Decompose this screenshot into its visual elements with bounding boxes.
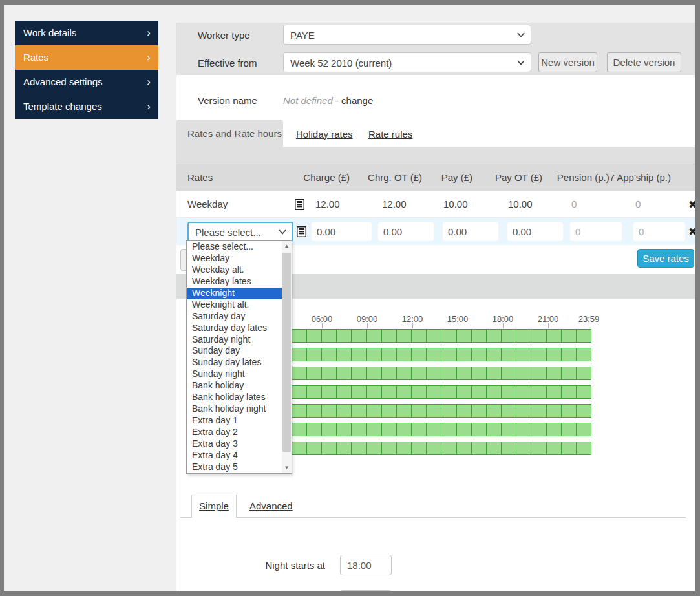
sidebar-item[interactable]: Work details ›	[15, 21, 158, 45]
rate-hour-cell[interactable]	[457, 405, 472, 417]
dropdown-option[interactable]: Bank holiday lates	[187, 392, 282, 403]
pay-input[interactable]	[442, 222, 499, 242]
rate-hour-cell[interactable]	[562, 386, 577, 398]
rate-hour-cell[interactable]	[382, 423, 397, 436]
dropdown-option[interactable]: Extra day 4	[187, 450, 282, 462]
sidebar-item[interactable]: Template changes ›	[15, 94, 158, 119]
rate-hour-cell[interactable]	[547, 367, 562, 379]
rate-hour-cell[interactable]	[397, 367, 412, 379]
sidebar-item[interactable]: Advanced settings ›	[15, 70, 158, 94]
rate-hour-cell[interactable]	[457, 367, 472, 379]
rate-hour-cell[interactable]	[457, 423, 472, 436]
rate-hour-cell[interactable]	[307, 386, 322, 398]
rate-hour-cell[interactable]	[516, 330, 531, 342]
dropdown-option[interactable]: Weekday	[187, 253, 282, 264]
rate-hour-cell[interactable]	[427, 442, 441, 454]
rate-hour-cell[interactable]	[502, 442, 516, 454]
dropdown-option[interactable]: Weeknight	[187, 288, 282, 299]
dropdown-option[interactable]: Bank holiday night	[187, 403, 282, 415]
rate-hour-cell[interactable]	[487, 442, 502, 454]
rate-hour-cell[interactable]	[397, 348, 412, 361]
rate-hour-cell[interactable]	[382, 367, 397, 379]
rate-hour-cell[interactable]	[441, 367, 456, 379]
rate-hour-cell[interactable]	[502, 405, 516, 417]
rate-hour-cell[interactable]	[322, 423, 337, 436]
rate-hour-cell[interactable]	[577, 442, 591, 454]
rate-hour-cell[interactable]	[531, 423, 546, 436]
dropdown-option[interactable]: Please select...	[187, 241, 282, 253]
rate-hour-cell[interactable]	[352, 442, 366, 454]
rate-hour-cell[interactable]	[382, 386, 397, 398]
rate-hour-cell[interactable]	[337, 348, 352, 361]
rate-hour-cell[interactable]	[397, 423, 412, 436]
rate-hour-cell[interactable]	[562, 442, 577, 454]
rate-hour-cell[interactable]	[412, 348, 427, 361]
rate-hour-cell[interactable]	[562, 348, 577, 361]
dropdown-option[interactable]: Extra day 2	[187, 427, 282, 438]
rate-hour-cell[interactable]	[427, 330, 441, 342]
rate-hour-cell[interactable]	[322, 405, 337, 417]
rate-hour-cell[interactable]	[307, 367, 322, 379]
rate-hour-cell[interactable]	[427, 367, 441, 379]
rate-hour-cell[interactable]	[397, 330, 412, 342]
worker-type-select[interactable]: PAYE	[283, 25, 531, 45]
rate-hour-cell[interactable]	[516, 386, 531, 398]
dropdown-option[interactable]: Weekday alt.	[187, 264, 282, 276]
rate-hour-cell[interactable]	[502, 423, 516, 436]
rate-hour-cell[interactable]	[502, 386, 516, 398]
dropdown-option[interactable]: Bank holiday	[187, 380, 282, 392]
rate-hour-cell[interactable]	[472, 386, 487, 398]
rate-hour-cell[interactable]	[322, 330, 337, 342]
rate-hour-cell[interactable]	[531, 330, 546, 342]
rate-hour-cell[interactable]	[441, 405, 456, 417]
rate-hour-cell[interactable]	[352, 348, 366, 361]
calculator-icon[interactable]	[297, 226, 306, 237]
rate-hour-cell[interactable]	[577, 348, 591, 361]
pay-ot-input[interactable]	[507, 222, 564, 242]
rate-hour-cell[interactable]	[562, 423, 577, 436]
delete-version-button[interactable]: Delete version	[607, 52, 681, 72]
rate-hour-cell[interactable]	[427, 405, 441, 417]
rate-hour-cell[interactable]	[352, 423, 366, 436]
tab-simple[interactable]: Simple	[191, 495, 237, 518]
rate-hour-cell[interactable]	[487, 405, 502, 417]
rate-hour-cell[interactable]	[352, 405, 366, 417]
rate-hour-cell[interactable]	[502, 367, 516, 379]
rate-hour-cell[interactable]	[472, 423, 487, 436]
rate-hour-cell[interactable]	[292, 330, 307, 342]
rate-hour-cell[interactable]	[382, 442, 397, 454]
rate-hour-cell[interactable]	[382, 330, 397, 342]
rate-hour-cell[interactable]	[487, 367, 502, 379]
rate-hour-cell[interactable]	[472, 330, 487, 342]
rate-hour-cell[interactable]	[547, 423, 562, 436]
rate-hour-cell[interactable]	[516, 423, 531, 436]
rate-hour-cell[interactable]	[472, 405, 487, 417]
rate-hour-cell[interactable]	[307, 348, 322, 361]
rate-hour-cell[interactable]	[292, 442, 307, 454]
rate-hour-cell[interactable]	[577, 405, 591, 417]
rate-hour-cell[interactable]	[457, 348, 472, 361]
rate-hour-cell[interactable]	[516, 405, 531, 417]
rate-hour-cell[interactable]	[577, 386, 591, 398]
rate-hour-cell[interactable]	[352, 330, 366, 342]
dropdown-option[interactable]: Saturday night	[187, 334, 282, 346]
rate-hour-cell[interactable]	[441, 348, 456, 361]
rate-hour-cell[interactable]	[292, 348, 307, 361]
rate-hour-cell[interactable]	[577, 423, 591, 436]
rate-hour-cell[interactable]	[412, 423, 427, 436]
dropdown-option[interactable]: Extra day 3	[187, 438, 282, 450]
rate-hour-cell[interactable]	[397, 386, 412, 398]
rate-type-select[interactable]: Please select...	[187, 222, 293, 242]
effective-from-select[interactable]: Week 52 2010 (current)	[283, 52, 531, 72]
rate-hour-cell[interactable]	[292, 386, 307, 398]
scrollbar-thumb[interactable]	[282, 253, 291, 452]
rate-hour-cell[interactable]	[337, 367, 352, 379]
charge-input[interactable]	[311, 222, 372, 242]
rate-hour-cell[interactable]	[441, 386, 456, 398]
rate-hour-cell[interactable]	[547, 330, 562, 342]
dropdown-option[interactable]: Saturday day lates	[187, 323, 282, 334]
rate-hour-cell[interactable]	[457, 330, 472, 342]
rate-hour-cell[interactable]	[531, 405, 546, 417]
rate-hour-cell[interactable]	[337, 442, 352, 454]
rate-hour-cell[interactable]	[367, 442, 382, 454]
